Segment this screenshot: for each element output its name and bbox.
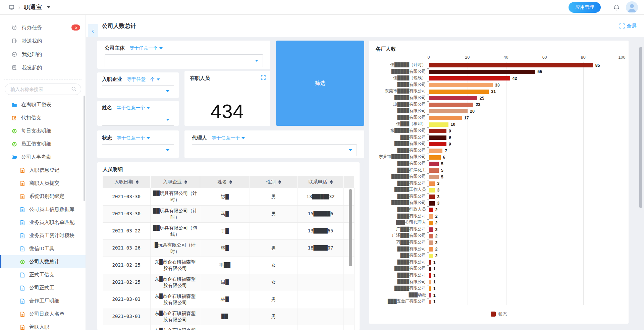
sidebar: 待办任务5抄送我的我处理的我发起的 在离职工资表代扣借支每日支出明细员工借支明细… <box>0 15 86 330</box>
chart-bar-value: 10 <box>451 122 455 127</box>
agent-input[interactable] <box>192 145 344 156</box>
cell-date: 2021-03-30 <box>103 188 150 205</box>
app-manage-button[interactable]: 应用管理 <box>569 2 601 13</box>
filter-card-agent: 代理人 等于任意一个 <box>184 130 364 158</box>
column-header-性别[interactable]: 性别 <box>250 176 298 188</box>
name-input[interactable] <box>102 114 161 125</box>
sidebar-scrollbar[interactable] <box>84 96 85 201</box>
cell-extra <box>343 308 354 325</box>
sidebar-item-每日支出明细[interactable]: 每日支出明细 <box>0 124 86 138</box>
sidebar-item-系统识别码绑定[interactable]: 系统识别码绑定 <box>0 190 86 203</box>
chart-bar-value: 1 <box>433 299 436 304</box>
sidebar-item-代扣借支[interactable]: 代扣借支 <box>0 111 86 124</box>
folder-icon <box>11 102 17 108</box>
sort-icon[interactable] <box>229 180 232 184</box>
filter-operator-link[interactable]: 等于任意一个 <box>212 135 245 141</box>
join-company-dropdown[interactable] <box>161 86 174 97</box>
column-header-入职企业[interactable]: 入职企业 <box>150 176 200 188</box>
sidebar-item-公司正式工[interactable]: 公司正式工 <box>0 281 86 294</box>
chart-bar <box>429 175 439 179</box>
sidebar-item-公司日送人名单[interactable]: 公司日送人名单 <box>0 308 86 321</box>
sidebar-search-input[interactable] <box>5 84 81 95</box>
filter-operator-link[interactable]: 等于任意一个 <box>117 135 150 141</box>
breadcrumb-chevron-icon: › <box>18 4 20 10</box>
filter-apply-button[interactable]: 筛选 <box>276 41 364 126</box>
sidebar-item-微信ID工具[interactable]: 微信ID工具 <box>0 242 86 255</box>
sidebar-item-抄送我的[interactable]: 抄送我的 <box>0 34 86 48</box>
name-dropdown[interactable] <box>161 114 174 125</box>
notification-bell-icon[interactable] <box>613 4 620 11</box>
sidebar-item-业务员入职名单匹配[interactable]: 业务员入职名单匹配 <box>0 216 86 229</box>
sort-icon[interactable] <box>184 180 187 184</box>
cell-date: 2021-03-03 <box>103 291 150 308</box>
ring-icon <box>11 128 17 134</box>
sidebar-item-label: 业务员工资计时模块 <box>29 232 74 239</box>
agent-dropdown[interactable] <box>344 145 357 156</box>
chart-bar-value: 17 <box>464 116 469 120</box>
user-avatar[interactable] <box>626 1 638 13</box>
sidebar-item-普联入职[interactable]: 普联入职 <box>0 321 86 330</box>
sidebar-item-公司员工信息数据库[interactable]: 公司员工信息数据库 <box>0 203 86 216</box>
chart-category-label: ██████有限公司 <box>376 173 429 180</box>
column-header-extra <box>343 176 354 188</box>
doc-icon <box>19 207 25 212</box>
content-scrollbar[interactable] <box>639 47 642 208</box>
copy-doc-icon <box>11 38 17 44</box>
sidebar-item-我处理的[interactable]: 我处理的 <box>0 48 86 61</box>
filter-operator-link[interactable]: 等于任意一个 <box>129 45 163 51</box>
cell-gender: 女 <box>250 274 298 291</box>
sidebar-item-员工借支明细[interactable]: 员工借支明细 <box>0 138 86 151</box>
cell-name: 林█ <box>200 239 250 257</box>
sidebar-item-合作工厂明细[interactable]: 合作工厂明细 <box>0 294 86 308</box>
status-input[interactable] <box>102 145 161 156</box>
column-header-入职日期[interactable]: 入职日期 <box>103 176 150 188</box>
sidebar-item-正式工借支[interactable]: 正式工借支 <box>0 268 86 281</box>
ring-icon <box>11 141 17 147</box>
chart-bar-value: 31 <box>491 89 496 94</box>
sort-icon[interactable] <box>330 180 333 184</box>
column-header-姓名[interactable]: 姓名 <box>200 176 250 188</box>
sidebar-item-我发起的[interactable]: 我发起的 <box>0 61 86 74</box>
filter-label: 入职企业 <box>102 76 122 82</box>
chart-bar-row: 25 <box>429 95 622 102</box>
app-switch-caret-icon[interactable] <box>47 6 50 8</box>
chart-bar <box>429 96 477 100</box>
company-subject-dropdown[interactable] <box>250 55 263 67</box>
sidebar-item-入职信息登记[interactable]: 入职信息登记 <box>0 164 86 177</box>
back-button[interactable]: ‹ <box>88 24 98 37</box>
chart-legend[interactable]: 状态 <box>376 311 622 317</box>
filter-operator-link[interactable]: 等于任意一个 <box>127 76 160 82</box>
axis-tick-label: 60 <box>542 55 547 60</box>
sort-icon[interactable] <box>278 180 281 184</box>
sidebar-item-待办任务[interactable]: 待办任务5 <box>0 21 86 34</box>
chart-axis-nums: 020406080100 <box>429 55 622 62</box>
sort-icon[interactable] <box>136 180 139 184</box>
sidebar-item-离职人员提交[interactable]: 离职人员提交 <box>0 177 86 190</box>
status-dropdown[interactable] <box>161 145 174 156</box>
sidebar-item-label: 入职信息登记 <box>29 167 59 173</box>
sidebar-item-公司人事考勤[interactable]: 公司人事考勤 <box>0 151 86 164</box>
column-header-联系电话[interactable]: 联系电话 <box>298 176 343 188</box>
stat-fullscreen-icon[interactable] <box>261 75 266 80</box>
filter-operator-link[interactable]: 等于任意一个 <box>117 105 150 111</box>
chart-bar-value: 42 <box>513 76 517 81</box>
chart-bar <box>429 90 489 94</box>
table-body: 2021-03-30██玩具有限公司（计时）钞█男13██████322021-… <box>103 188 354 330</box>
doc-icon <box>19 167 25 173</box>
chart-category-label: 广泽███有限公司 <box>376 232 429 239</box>
chart-category-label: ████祥洋化工 <box>376 167 429 174</box>
cell-date: 2021-03-22 <box>103 222 150 239</box>
sidebar-item-公司人数总计[interactable]: 公司人数总计 <box>0 255 86 268</box>
join-company-input[interactable] <box>102 86 161 97</box>
table-row: 2021-03-30██玩具有限公司（计时）钞█男13██████32 <box>103 188 354 205</box>
table-scrollbar[interactable] <box>349 189 352 266</box>
sidebar-item-业务员工资计时模块[interactable]: 业务员工资计时模块 <box>0 229 86 242</box>
workspace-monitor-icon[interactable] <box>9 4 14 10</box>
company-subject-input[interactable] <box>105 55 250 67</box>
fullscreen-button[interactable]: 全屏 <box>620 23 637 29</box>
sidebar-item-在离职工资表[interactable]: 在离职工资表 <box>0 98 86 111</box>
chart-category-label: ████行政人员 <box>376 206 429 213</box>
chart-bar <box>429 162 439 166</box>
chart-bar-value: 5 <box>441 168 443 173</box>
chart-bar <box>429 103 473 107</box>
